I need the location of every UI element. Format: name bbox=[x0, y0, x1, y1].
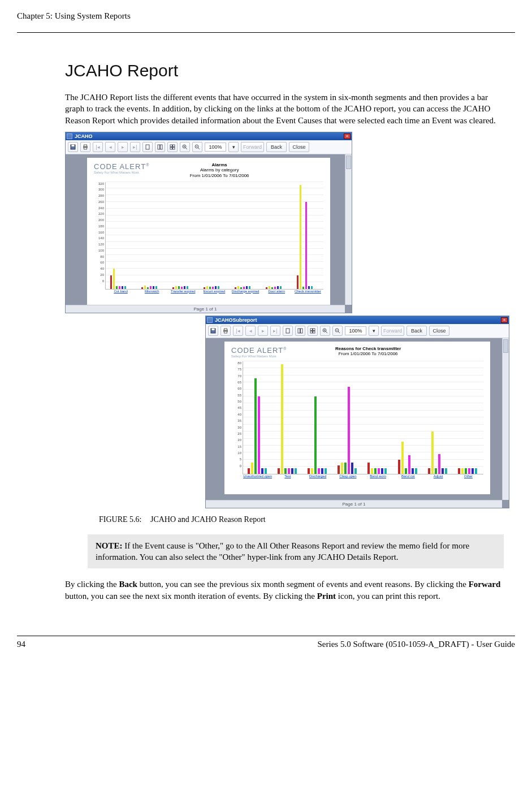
category-link[interactable]: Cut band bbox=[105, 290, 136, 293]
print-icon[interactable] bbox=[220, 326, 231, 336]
page-mode-3-icon[interactable] bbox=[167, 142, 178, 152]
svg-rect-7 bbox=[161, 145, 163, 149]
bar bbox=[374, 468, 377, 474]
nav-prev-icon[interactable]: ◂ bbox=[245, 326, 256, 336]
bar bbox=[266, 287, 267, 288]
zoom-field[interactable]: 100% bbox=[205, 143, 226, 152]
bar bbox=[281, 364, 283, 474]
report-page: CODE ALERT® Safety For What Matters Most… bbox=[224, 342, 490, 494]
chart-1: 3203002802602402202001801601401201008060… bbox=[94, 182, 323, 290]
bar bbox=[428, 468, 430, 474]
zoom-dropdown-icon[interactable]: ▾ bbox=[369, 326, 379, 336]
window-close-icon[interactable]: × bbox=[501, 317, 508, 323]
category-link[interactable]: Mismatch bbox=[136, 290, 167, 293]
page-mode-1-icon[interactable] bbox=[142, 142, 153, 152]
bar bbox=[172, 287, 174, 288]
vertical-scrollbar[interactable] bbox=[502, 338, 509, 500]
svg-rect-4 bbox=[84, 148, 87, 149]
nav-last-icon[interactable]: ▸| bbox=[130, 142, 140, 152]
bar-group bbox=[278, 364, 299, 474]
zoom-in-icon[interactable] bbox=[180, 142, 190, 152]
save-icon[interactable] bbox=[68, 142, 78, 152]
category-link[interactable]: Adjust bbox=[423, 474, 453, 478]
report-canvas: CODE ALERT® Safety For What Matters Most… bbox=[66, 154, 352, 313]
section-title: JCAHO Report bbox=[65, 61, 504, 80]
save-icon[interactable] bbox=[208, 326, 218, 336]
chart-title: Alarms bbox=[190, 162, 249, 168]
nav-next-icon[interactable]: ▸ bbox=[258, 326, 268, 336]
figure-label: FIGURE 5.6: bbox=[99, 515, 141, 524]
category-link[interactable]: Door alarm bbox=[261, 290, 292, 293]
bar bbox=[187, 286, 188, 289]
page-mode-1-icon[interactable] bbox=[283, 326, 293, 336]
bar bbox=[175, 286, 177, 289]
window-close-icon[interactable]: × bbox=[344, 133, 351, 139]
bar bbox=[458, 468, 460, 474]
bar bbox=[235, 287, 236, 288]
zoom-out-icon[interactable] bbox=[332, 326, 343, 336]
zoom-in-icon[interactable] bbox=[320, 326, 330, 336]
bar bbox=[181, 287, 183, 289]
bar bbox=[475, 468, 477, 474]
svg-rect-28 bbox=[313, 329, 315, 331]
figure-caption: FIGURE 5.6: JCAHO and JCAHO Reason Repor… bbox=[99, 515, 504, 524]
bar bbox=[295, 468, 297, 474]
svg-rect-23 bbox=[224, 331, 227, 333]
category-link[interactable]: Discharge expired bbox=[230, 290, 261, 293]
back-button[interactable]: Back bbox=[406, 326, 427, 336]
category-link[interactable]: Check transmitter bbox=[292, 290, 323, 293]
category-link[interactable]: Band cut bbox=[393, 474, 423, 478]
bar bbox=[204, 287, 205, 288]
close-button[interactable]: Close bbox=[289, 142, 309, 152]
logo-block: CODE ALERT® Safety For What Matters Most bbox=[231, 346, 287, 358]
nav-first-icon[interactable]: |◂ bbox=[233, 326, 243, 336]
zoom-field[interactable]: 100% bbox=[345, 326, 366, 335]
plot-area bbox=[243, 361, 483, 474]
bar bbox=[243, 287, 245, 289]
print-icon[interactable] bbox=[80, 142, 90, 152]
category-link[interactable]: Unauthorized open bbox=[243, 474, 273, 478]
nav-first-icon[interactable]: |◂ bbox=[93, 142, 103, 152]
bar-group bbox=[428, 431, 449, 474]
bar bbox=[472, 468, 474, 474]
close-button[interactable]: Close bbox=[429, 326, 449, 336]
forward-button[interactable]: Forward bbox=[381, 326, 404, 336]
back-button[interactable]: Back bbox=[266, 142, 287, 152]
category-link[interactable]: Escort expired bbox=[198, 290, 230, 293]
bar-group bbox=[266, 286, 288, 289]
bar bbox=[302, 287, 304, 289]
category-link[interactable]: Other bbox=[453, 474, 483, 478]
zoom-out-icon[interactable] bbox=[192, 142, 202, 152]
bar bbox=[248, 468, 250, 474]
category-link[interactable]: Test bbox=[273, 474, 302, 478]
category-link[interactable]: Band worn bbox=[363, 474, 393, 478]
bar bbox=[278, 468, 280, 474]
forward-keyword: Forward bbox=[469, 580, 501, 589]
svg-rect-11 bbox=[173, 147, 175, 149]
category-link[interactable]: Discharged bbox=[303, 474, 333, 478]
nav-prev-icon[interactable]: ◂ bbox=[105, 142, 115, 152]
page-mode-3-icon[interactable] bbox=[308, 326, 318, 336]
bar bbox=[338, 465, 340, 474]
bar bbox=[155, 286, 157, 289]
nav-last-icon[interactable]: ▸| bbox=[270, 326, 280, 336]
page-mode-2-icon[interactable] bbox=[295, 326, 305, 336]
vertical-scrollbar[interactable] bbox=[345, 154, 352, 305]
svg-rect-9 bbox=[173, 145, 175, 147]
forward-button[interactable]: Forward bbox=[241, 142, 264, 152]
bar bbox=[314, 396, 317, 474]
nav-next-icon[interactable]: ▸ bbox=[118, 142, 128, 152]
svg-rect-5 bbox=[146, 145, 149, 149]
svg-line-17 bbox=[198, 148, 200, 149]
category-link[interactable]: Transfer expired bbox=[167, 290, 198, 293]
closing-paragraph: By clicking the Back button, you can see… bbox=[65, 578, 504, 602]
bar bbox=[311, 468, 313, 474]
page-mode-2-icon[interactable] bbox=[155, 142, 165, 152]
chart-title: Reasons for Check transmitter bbox=[335, 346, 401, 352]
zoom-dropdown-icon[interactable]: ▾ bbox=[228, 142, 239, 152]
svg-line-32 bbox=[326, 331, 327, 333]
svg-rect-25 bbox=[298, 329, 300, 333]
category-link[interactable]: Clasp open bbox=[333, 474, 363, 478]
logo-tagline: Safety For What Matters Most bbox=[94, 171, 149, 174]
bar bbox=[251, 463, 253, 474]
